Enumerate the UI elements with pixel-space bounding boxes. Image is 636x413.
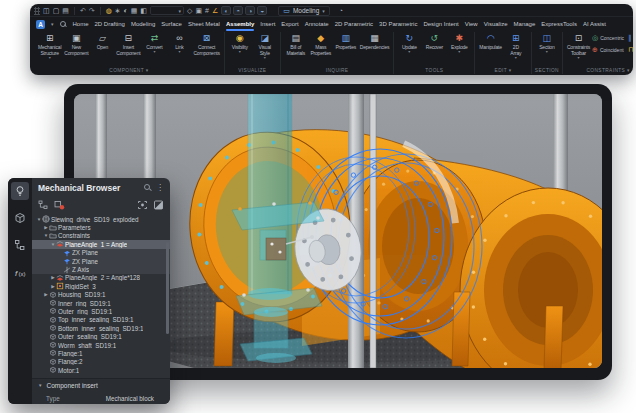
- tab-modeling[interactable]: Modeling: [131, 17, 155, 31]
- parallel-button[interactable]: ∥Parallel: [628, 32, 633, 44]
- properties-button[interactable]: ▥Properties: [334, 32, 358, 50]
- tree-item-bottom-inner-sealing-sd19-1[interactable]: Bottom_inner_sealing_SD19:1: [32, 324, 170, 332]
- constraints-toolbar-button[interactable]: ⊡ConstraintsToolbar▾: [566, 32, 591, 60]
- tab-ai-assist[interactable]: AI Assist: [583, 17, 606, 31]
- concentric-button[interactable]: ◎Concentric: [592, 32, 624, 44]
- explode-button[interactable]: ✱Explode▾: [447, 32, 471, 54]
- fx-icon[interactable]: f(x): [11, 263, 29, 281]
- save-icon[interactable]: ◫: [43, 6, 50, 15]
- visual-style-button[interactable]: ◪VisualStyle▾: [253, 32, 277, 60]
- redo-icon[interactable]: ↷: [89, 6, 95, 15]
- view-front-icon[interactable]: ◐: [221, 6, 231, 15]
- mechanical-structure-button[interactable]: ⊞MechanicalStructure▾: [37, 32, 62, 60]
- tab-2d-drafting[interactable]: 2D Drafting: [95, 17, 125, 31]
- tree-item-label: Flange:1: [58, 350, 83, 357]
- convert-button[interactable]: ⇄Convert▾: [142, 32, 166, 54]
- update-button[interactable]: ↻Update▾: [397, 32, 421, 54]
- tree-item-rigidset-3[interactable]: ▶RigidSet_3: [32, 282, 170, 290]
- tab-home[interactable]: Home: [73, 17, 89, 31]
- tab-2d-parametric[interactable]: 2D Parametric: [335, 17, 373, 31]
- tree-item-parameters[interactable]: ▶Parameters: [32, 223, 170, 231]
- new-file-icon[interactable]: ▢: [53, 6, 60, 15]
- view-iso-icon[interactable]: ◒: [257, 6, 267, 15]
- tab-view[interactable]: View: [465, 17, 478, 31]
- tab-export[interactable]: Export: [281, 17, 298, 31]
- tree-item-planeangle-1-angle[interactable]: ▼PlaneAngle_1 = Angle: [32, 240, 170, 248]
- clock-icon[interactable]: ◔: [339, 7, 343, 14]
- tree-item-slewing-drive-sd19-exploded[interactable]: ▼Slewing_drive_SD19_exploded: [32, 215, 170, 223]
- 2d-array-button[interactable]: ⊞2DArray▾: [504, 32, 528, 60]
- tree-item-constraints[interactable]: ▼Constraints: [32, 232, 170, 240]
- manipulate-button[interactable]: ◠Manipulate: [478, 32, 502, 50]
- tab-visualize[interactable]: Visualize: [484, 17, 508, 31]
- search-icon[interactable]: [144, 184, 151, 191]
- grid-icon[interactable]: #: [205, 6, 209, 15]
- sphere-icon[interactable]: ◐: [124, 6, 128, 15]
- lightbulb-icon[interactable]: [11, 182, 29, 200]
- contrast-icon[interactable]: [153, 196, 164, 214]
- coincident-button[interactable]: ⊕Coincident: [592, 44, 624, 56]
- tree-item-flange-1[interactable]: Flange:1: [32, 349, 170, 357]
- search-icon[interactable]: [60, 21, 67, 28]
- recover-button[interactable]: ↺Recover: [422, 32, 446, 50]
- save-icon: ◫: [43, 7, 50, 14]
- ribbon-group-tools: ↻Update▾↺Recover✱Explode▾TOOLS: [393, 32, 474, 74]
- drag-grip[interactable]: [34, 7, 40, 15]
- tree-item-z-axis[interactable]: Z Axis: [32, 265, 170, 273]
- select-highlight-icon[interactable]: [137, 196, 148, 214]
- tree-item-worm-shaft-sd19-1[interactable]: Worm_shaft_SD19:1: [32, 341, 170, 349]
- app-logo[interactable]: A: [36, 20, 45, 29]
- tab-insert[interactable]: Insert: [260, 17, 275, 31]
- quick-access-dropdown[interactable]: ▾: [150, 6, 184, 15]
- print-preview-icon[interactable]: ▦: [131, 6, 138, 15]
- tree-item-outer-sealing-sd19-1[interactable]: Outer_sealing_SD19:1: [32, 332, 170, 340]
- tree-item-motor-1[interactable]: Motor:1: [32, 366, 170, 374]
- bill-of-materials-button[interactable]: ▤Bill ofMaterials: [284, 32, 308, 56]
- hide-component-icon[interactable]: [54, 196, 65, 214]
- structure-filter-icon[interactable]: [38, 196, 49, 214]
- connect-components-button[interactable]: ⊠ConnectComponents: [192, 32, 220, 56]
- chevron-down-icon[interactable]: ▾: [51, 21, 54, 27]
- hierarchy-icon[interactable]: [11, 236, 29, 254]
- tree-item-inner-ring-sd19-1[interactable]: Inner_ring_SD19:1: [32, 299, 170, 307]
- insert-component-button[interactable]: ⊟InsertComponent: [115, 32, 141, 56]
- component-insert-section[interactable]: ▼ Component insert: [32, 379, 170, 392]
- new-component-button[interactable]: ▣NewComponent: [63, 32, 89, 56]
- section-button[interactable]: ◫Section▾: [535, 32, 559, 54]
- component-cube-icon[interactable]: [11, 209, 29, 227]
- display-icon[interactable]: ◧: [140, 6, 147, 15]
- mass-properties-button[interactable]: ◆MassProperties: [309, 32, 333, 56]
- cursor-icon[interactable]: ◇: [187, 6, 192, 15]
- fix-button[interactable]: ⊓Fix: [628, 44, 633, 56]
- visibility-button[interactable]: ◉Visibility▾: [228, 32, 252, 54]
- tab-sheet-metal[interactable]: Sheet Metal: [188, 17, 220, 31]
- tab-3d-parametric[interactable]: 3D Parametric: [379, 17, 417, 31]
- open-button[interactable]: ▱Open: [90, 32, 114, 50]
- link-button[interactable]: ∞Link▾: [167, 32, 191, 54]
- tab-surface[interactable]: Surface: [161, 17, 182, 31]
- snap-icon[interactable]: ▣: [195, 6, 202, 15]
- dependencies-button[interactable]: ▦Dependencies: [359, 32, 391, 50]
- lightbulb-icon[interactable]: ◍: [106, 6, 112, 15]
- tree-item-flange-2[interactable]: Flange:2: [32, 358, 170, 366]
- tab-manage[interactable]: Manage: [514, 17, 536, 31]
- view-right-icon[interactable]: ◑: [245, 6, 255, 15]
- tab-expresstools[interactable]: ExpressTools: [541, 17, 577, 31]
- print-icon[interactable]: ▤: [62, 6, 69, 15]
- tab-annotate[interactable]: Annotate: [305, 17, 329, 31]
- view-top-icon[interactable]: ◓: [233, 6, 243, 15]
- workspace-select[interactable]: ▭ Modeling ▾: [278, 6, 330, 16]
- kebab-menu-icon[interactable]: ⋮: [156, 183, 164, 192]
- tree-item-top-inner-sealing-sd19-1[interactable]: Top_inner_sealing_SD19:1: [32, 316, 170, 324]
- tree-item-outer-ring-sd19-1[interactable]: Outer_ring_SD19:1: [32, 307, 170, 315]
- angle-icon[interactable]: ∠: [212, 6, 218, 15]
- settings-icon[interactable]: ∗: [115, 6, 121, 15]
- tab-assembly[interactable]: Assembly: [226, 17, 254, 31]
- tree-item-planeangle-2-angle-128[interactable]: ▶PlaneAngle_2 = Angle*128: [32, 274, 170, 282]
- tree-item-zx-plane[interactable]: ZX Plane: [32, 257, 170, 265]
- tree-item-zx-plane[interactable]: ZX Plane: [32, 249, 170, 257]
- undo-icon[interactable]: ↶: [80, 6, 86, 15]
- tree-scrollbar[interactable]: [166, 242, 169, 334]
- tab-design-intent[interactable]: Design Intent: [423, 17, 458, 31]
- tree-item-housing-sd19-1[interactable]: ▶Housing_SD19:1: [32, 291, 170, 299]
